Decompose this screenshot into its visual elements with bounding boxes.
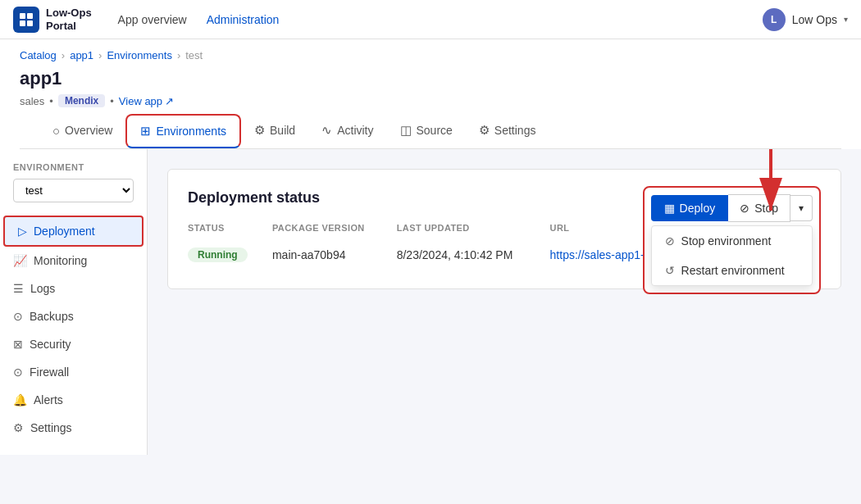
meta-sales: sales (20, 95, 44, 107)
logo-text: Low-Ops Portal (46, 7, 92, 32)
stop-dropdown-toggle[interactable]: ▾ (790, 195, 813, 221)
sidebar-item-backups[interactable]: ⊙ Backups (0, 302, 147, 330)
last-updated-cell: 8/23/2024, 4:10:42 PM (397, 241, 550, 269)
nav-app-overview[interactable]: App overview (118, 13, 187, 26)
tab-build[interactable]: ⚙ Build (241, 115, 308, 148)
stop-environment-item[interactable]: ⊘ Stop environment (652, 226, 812, 256)
chevron-down-icon: ▾ (799, 202, 804, 214)
breadcrumb: Catalog › app1 › Environments › test (0, 39, 861, 65)
deploy-icon: ▦ (664, 202, 675, 215)
build-icon: ⚙ (254, 123, 265, 138)
tab-activity[interactable]: ∿ Activity (308, 115, 386, 148)
action-area: ▦ Deploy ⊘ Stop ▾ ⊘ (643, 186, 821, 294)
deployment-icon: ▷ (18, 225, 27, 238)
sidebar: ENVIRONMENT test ▷ Deployment 📈 Monitori… (0, 149, 148, 455)
nav-administration[interactable]: Administration (207, 13, 280, 26)
restart-env-icon: ↺ (665, 264, 675, 277)
status-badge: Running (188, 247, 248, 262)
logo: Low-Ops Portal (13, 7, 92, 33)
external-link-icon: ↗ (165, 95, 174, 107)
package-version-cell: main-aa70b94 (272, 241, 397, 269)
breadcrumb-catalog[interactable]: Catalog (20, 49, 57, 61)
col-status: STATUS (188, 223, 272, 241)
user-avatar: L (763, 8, 786, 31)
stop-button[interactable]: ⊘ Stop (728, 194, 790, 222)
action-highlight-box: ▦ Deploy ⊘ Stop ▾ ⊘ (643, 186, 821, 294)
user-chevron-icon: ▾ (844, 15, 848, 24)
source-icon: ◫ (400, 123, 412, 138)
breadcrumb-test: test (185, 49, 203, 61)
stop-icon: ⊘ (740, 202, 749, 215)
overview-icon: ○ (52, 124, 60, 138)
alerts-icon: 🔔 (13, 393, 27, 406)
stop-dropdown-menu: ⊘ Stop environment ↺ Restart environment (651, 225, 813, 286)
col-package: PACKAGE VERSION (272, 223, 397, 241)
sidebar-item-firewall[interactable]: ⊙ Firewall (0, 358, 147, 386)
stop-env-icon: ⊘ (665, 234, 675, 247)
tab-environments[interactable]: ⊞ Environments (125, 114, 241, 148)
environments-icon: ⊞ (140, 124, 151, 138)
firewall-icon: ⊙ (13, 366, 23, 379)
button-group: ▦ Deploy ⊘ Stop ▾ (651, 194, 813, 222)
breadcrumb-app1[interactable]: app1 (70, 49, 93, 61)
status-cell: Running (188, 241, 272, 269)
deploy-button[interactable]: ▦ Deploy (651, 195, 729, 221)
sidebar-item-monitoring[interactable]: 📈 Monitoring (0, 247, 147, 275)
page-meta: sales • Mendix • View app ↗ (20, 94, 841, 107)
environment-select[interactable]: test (13, 179, 134, 202)
top-navigation: Low-Ops Portal App overview Administrati… (0, 0, 861, 39)
page-header: app1 sales • Mendix • View app ↗ ○ Overv… (0, 65, 861, 149)
backups-icon: ⊙ (13, 310, 23, 323)
settings-tab-icon: ⚙ (479, 123, 490, 138)
breadcrumb-environments[interactable]: Environments (107, 49, 171, 61)
view-app-link[interactable]: View app ↗ (119, 95, 174, 107)
sidebar-item-logs[interactable]: ☰ Logs (0, 275, 147, 302)
restart-environment-item[interactable]: ↺ Restart environment (652, 256, 812, 285)
tab-source[interactable]: ◫ Source (387, 115, 466, 148)
svg-rect-2 (20, 20, 25, 26)
main-panel: Deployment status STATUS PACKAGE VERSION… (148, 149, 861, 455)
col-updated: LAST UPDATED (397, 223, 550, 241)
svg-rect-3 (27, 20, 33, 26)
user-name: Low Ops (792, 13, 837, 26)
sidebar-item-settings[interactable]: ⚙ Settings (0, 414, 147, 442)
sidebar-item-security[interactable]: ⊠ Security (0, 330, 147, 358)
security-icon: ⊠ (13, 338, 23, 351)
tab-bar: ○ Overview ⊞ Environments ⚙ Build ∿ Acti… (20, 114, 841, 149)
tab-overview[interactable]: ○ Overview (39, 116, 125, 148)
svg-rect-1 (27, 13, 33, 19)
user-menu[interactable]: L Low Ops ▾ (763, 8, 848, 31)
sidebar-settings-icon: ⚙ (13, 421, 24, 434)
sidebar-item-deployment[interactable]: ▷ Deployment (3, 216, 144, 247)
monitoring-icon: 📈 (13, 254, 27, 267)
environment-label: ENVIRONMENT (0, 162, 147, 179)
svg-rect-0 (20, 13, 25, 19)
deployment-status-card: Deployment status STATUS PACKAGE VERSION… (167, 169, 841, 289)
sidebar-item-alerts[interactable]: 🔔 Alerts (0, 386, 147, 414)
logs-icon: ☰ (13, 282, 24, 295)
tab-settings[interactable]: ⚙ Settings (466, 115, 549, 148)
badge-mendix: Mendix (58, 94, 105, 107)
page-title: app1 (20, 68, 841, 89)
activity-icon: ∿ (321, 123, 332, 138)
content-area: ENVIRONMENT test ▷ Deployment 📈 Monitori… (0, 149, 861, 455)
logo-icon (13, 7, 39, 33)
